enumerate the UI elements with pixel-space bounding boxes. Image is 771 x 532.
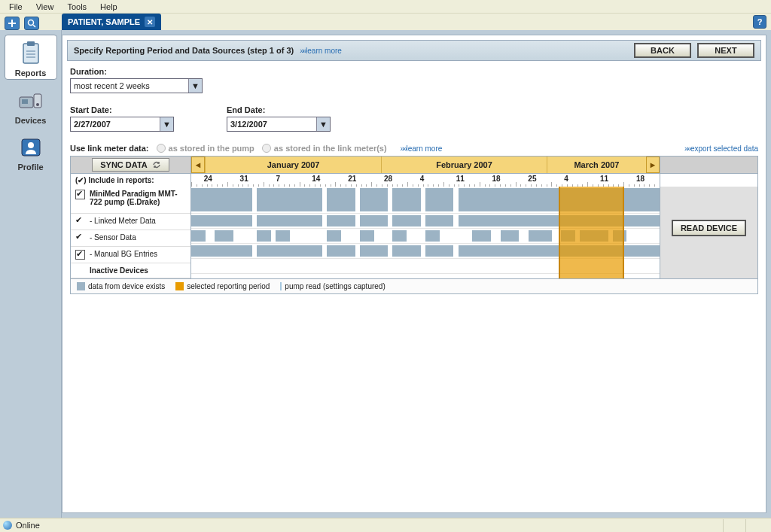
patient-tab[interactable]: PATIENT, SAMPLE ✕ — [62, 14, 161, 30]
add-tab-button[interactable] — [5, 17, 20, 30]
next-button[interactable]: NEXT — [697, 43, 754, 58]
form-area: Duration: most recent 2 weeks ▼ Start Da… — [62, 67, 766, 153]
timeline-row-label: MiniMed Paradigm MMT-722 pump (E.Drake) — [71, 187, 190, 214]
duration-select[interactable]: most recent 2 weeks ▼ — [70, 78, 203, 93]
linkmeter-learn-more-link[interactable]: learn more — [401, 144, 443, 153]
menu-file[interactable]: File — [3, 1, 29, 13]
dropdown-arrow-icon: ▼ — [160, 117, 173, 131]
legend-selected: selected reporting period — [175, 282, 270, 290]
profile-icon — [16, 134, 46, 161]
row-label-text: MiniMed Paradigm MMT-722 pump (E.Drake) — [90, 190, 186, 206]
timeline-row-label: - Linked Meter Data — [71, 214, 190, 230]
content-area: Specify Reporting Period and Data Source… — [62, 35, 766, 513]
row-label-text: Inactive Devices — [90, 266, 148, 275]
day-axis: 24317142128411182541118 — [191, 173, 660, 187]
month-header: March 2007 — [547, 157, 646, 173]
sidebar-item-label: Devices — [15, 116, 47, 125]
step-learn-more-link[interactable]: learn more — [300, 47, 342, 55]
timeline-rows-labels: MiniMed Paradigm MMT-722 pump (E.Drake)-… — [71, 187, 191, 278]
menu-tools[interactable]: Tools — [61, 1, 93, 13]
menu-bar: File View Tools Help — [0, 0, 771, 14]
sync-icon — [152, 160, 161, 169]
include-label: Include in reports: — [88, 176, 154, 184]
row-label-text: - Manual BG Entries — [90, 250, 157, 258]
sidebar-item-reports[interactable]: Reports — [5, 35, 57, 80]
svg-point-6 — [36, 103, 39, 106]
sidebar-item-profile[interactable]: Profile — [5, 129, 57, 173]
sync-data-button[interactable]: SYNC DATA — [92, 158, 169, 172]
timeline-row-label: - Manual BG Entries — [71, 247, 190, 263]
timeline-row-label: Inactive Devices — [71, 263, 190, 278]
svg-rect-2 — [27, 41, 35, 46]
menu-help[interactable]: Help — [94, 1, 123, 13]
timeline: SYNC DATA ◄ January 2007 February 2007 M… — [70, 156, 758, 294]
step-header: Specify Reporting Period and Data Source… — [67, 40, 761, 61]
include-checkmark[interactable] — [75, 217, 85, 226]
status-text: Online — [16, 521, 40, 530]
start-date-select[interactable]: 2/27/2007 ▼ — [70, 117, 174, 132]
start-date-value: 2/27/2007 — [74, 120, 111, 129]
export-selected-link[interactable]: export selected data — [684, 144, 758, 153]
radio-pump: as stored in the pump — [157, 144, 254, 153]
timeline-data-area[interactable] — [191, 187, 660, 278]
devices-icon — [16, 87, 46, 114]
timeline-row-label: - Sensor Data — [71, 230, 190, 247]
svg-point-8 — [28, 142, 34, 148]
include-checkbox[interactable] — [75, 250, 85, 260]
close-tab-icon[interactable]: ✕ — [145, 17, 155, 27]
back-button[interactable]: BACK — [634, 43, 691, 58]
status-bar: Online — [0, 518, 771, 532]
end-date-value: 3/12/2007 — [230, 120, 267, 129]
search-button[interactable] — [24, 17, 39, 30]
linkmeter-label: Use link meter data: — [70, 144, 149, 153]
online-icon — [3, 521, 12, 530]
sidebar-item-label: Reports — [15, 68, 47, 78]
start-date-label: Start Date: — [70, 105, 174, 114]
timeline-next-button[interactable]: ► — [646, 157, 660, 173]
legend-pumpread: pump read (settings captured) — [280, 282, 385, 290]
read-device-button[interactable]: READ DEVICE — [672, 220, 746, 236]
duration-label: Duration: — [70, 67, 758, 76]
end-date-label: End Date: — [227, 105, 331, 114]
radio-icon — [157, 144, 166, 153]
timeline-prev-button[interactable]: ◄ — [191, 157, 205, 173]
svg-rect-4 — [22, 99, 28, 104]
dropdown-arrow-icon: ▼ — [316, 117, 330, 131]
svg-rect-1 — [23, 44, 38, 63]
legend-exists: data from device exists — [77, 282, 165, 290]
svg-point-0 — [29, 20, 34, 26]
sidebar-item-label: Profile — [17, 163, 43, 172]
radio-icon — [262, 144, 271, 153]
help-button[interactable]: ? — [753, 15, 766, 29]
tab-strip: PATIENT, SAMPLE ✕ ? — [0, 14, 771, 30]
month-header: January 2007 — [205, 157, 381, 173]
sidebar: Reports Devices Profile — [0, 30, 62, 518]
end-date-select[interactable]: 3/12/2007 ▼ — [227, 117, 331, 132]
include-checkmark[interactable] — [75, 233, 85, 243]
step-title: Specify Reporting Period and Data Source… — [74, 46, 294, 55]
include-checkbox[interactable] — [75, 190, 85, 199]
reports-icon — [16, 40, 46, 67]
legend: data from device exists selected reporti… — [71, 278, 757, 293]
row-label-text: - Linked Meter Data — [90, 217, 156, 225]
month-header: February 2007 — [381, 157, 547, 173]
tab-title: PATIENT, SAMPLE — [68, 17, 140, 26]
radio-meter: as stored in the link meter(s) — [262, 144, 387, 153]
dropdown-arrow-icon: ▼ — [188, 79, 202, 93]
sidebar-item-devices[interactable]: Devices — [5, 83, 57, 126]
workspace: Reports Devices Profile Specify Reportin… — [0, 30, 771, 518]
duration-value: most recent 2 weeks — [74, 81, 150, 90]
menu-view[interactable]: View — [30, 1, 60, 13]
row-label-text: - Sensor Data — [90, 233, 136, 242]
